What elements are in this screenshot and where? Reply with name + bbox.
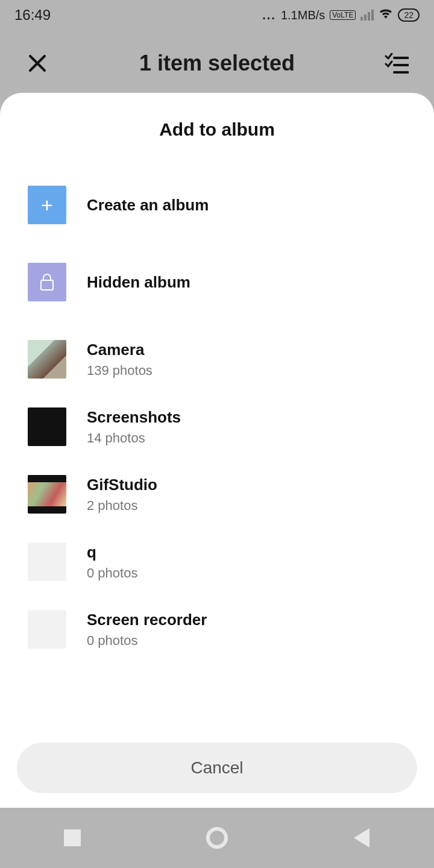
- create-album-row[interactable]: + Create an album: [28, 171, 416, 239]
- album-name: Screenshots: [87, 408, 181, 427]
- home-button[interactable]: [181, 820, 253, 856]
- appbar-title: 1 item selected: [139, 51, 295, 76]
- back-button[interactable]: [326, 820, 398, 856]
- album-count: 2 photos: [87, 498, 157, 514]
- plus-icon: +: [28, 186, 66, 224]
- battery-icon: 22: [398, 8, 420, 22]
- recents-button[interactable]: [36, 820, 108, 856]
- lock-icon: [28, 263, 66, 301]
- hidden-album-row[interactable]: Hidden album: [28, 248, 416, 316]
- sheet-title: Add to album: [0, 119, 434, 140]
- album-thumb: [28, 542, 66, 581]
- add-to-album-sheet: Add to album + Create an album Hidden al…: [0, 93, 434, 808]
- status-time: 16:49: [14, 7, 51, 24]
- nav-bar: [0, 808, 434, 868]
- hidden-album-label: Hidden album: [87, 273, 190, 292]
- status-speed: 1.1MB/s: [281, 8, 325, 22]
- album-row-q[interactable]: q 0 photos: [28, 528, 416, 596]
- album-count: 0 photos: [87, 565, 137, 581]
- cancel-button[interactable]: Cancel: [17, 743, 417, 793]
- album-count: 0 photos: [87, 633, 207, 649]
- album-row-gifstudio[interactable]: GifStudio 2 photos: [28, 461, 416, 528]
- album-name: Camera: [87, 341, 153, 359]
- signal-icon: [360, 10, 374, 20]
- album-thumb: [28, 610, 66, 649]
- status-bar: 16:49 1.1MB/s VoLTE 22: [0, 0, 434, 30]
- album-row-screenshots[interactable]: Screenshots 14 photos: [28, 393, 416, 461]
- album-name: q: [87, 543, 137, 562]
- create-album-label: Create an album: [87, 196, 209, 215]
- select-all-icon[interactable]: [383, 50, 410, 77]
- album-list[interactable]: + Create an album Hidden album Camera: [0, 171, 434, 729]
- svg-rect-3: [41, 280, 53, 290]
- dots-icon: [262, 8, 276, 22]
- wifi-icon: [379, 8, 393, 23]
- close-icon[interactable]: [24, 50, 51, 77]
- album-name: Screen recorder: [87, 611, 207, 629]
- album-row-camera[interactable]: Camera 139 photos: [28, 326, 416, 393]
- album-row-screen-recorder[interactable]: Screen recorder 0 photos: [28, 596, 416, 663]
- album-count: 14 photos: [87, 430, 181, 446]
- album-thumb: [28, 475, 66, 514]
- album-name: GifStudio: [87, 476, 157, 494]
- selection-app-bar: 1 item selected: [0, 36, 434, 90]
- album-count: 139 photos: [87, 363, 153, 379]
- album-thumb: [28, 407, 66, 446]
- volte-icon: VoLTE: [330, 10, 356, 20]
- album-thumb: [28, 340, 66, 379]
